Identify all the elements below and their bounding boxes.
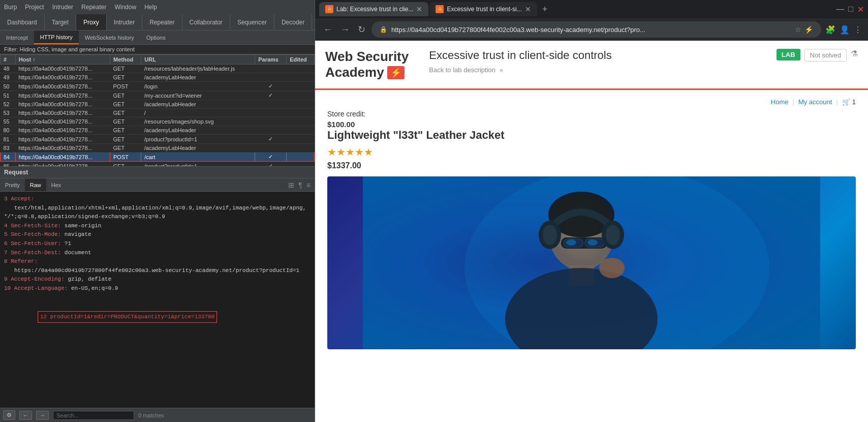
table-row[interactable]: 52 https://0a4a00cd0419b7278... GET /aca… xyxy=(1,100,315,109)
store-nav: Home | My account | 🛒 1 xyxy=(327,98,856,106)
cell-url: /resources/images/shop.svg xyxy=(141,117,255,126)
bottom-bar: ⚙ ← → 0 matches xyxy=(0,408,315,422)
matches-count: 0 matches xyxy=(138,412,164,418)
table-row[interactable]: 84 https://0a4a00cd0419b7278... POST /ca… xyxy=(1,153,315,162)
search-input[interactable] xyxy=(53,411,134,420)
table-row[interactable]: 55 https://0a4a00cd0419b7278... GET /res… xyxy=(1,117,315,126)
cell-params: ✓ xyxy=(255,82,287,91)
close-window-button[interactable]: ✕ xyxy=(857,5,864,14)
req-icon-wrap[interactable]: ⊞ xyxy=(288,181,294,189)
tab-close-2[interactable]: ✕ xyxy=(525,5,531,13)
table-row[interactable]: 85 https://0a4a00cd0419b7278... GET /pro… xyxy=(1,162,315,167)
tab-sequencer[interactable]: Sequencer xyxy=(230,14,274,30)
menu-burp[interactable]: Burp xyxy=(4,4,17,11)
minimize-button[interactable]: — xyxy=(836,5,844,14)
my-account-link[interactable]: My account xyxy=(798,98,832,106)
filter-bar[interactable]: Filter: Hiding CSS, image and general bi… xyxy=(0,45,315,54)
browser-tab-1[interactable]: 🔒 Lab: Excessive trust in clie... ✕ xyxy=(319,2,428,16)
table-row[interactable]: 80 https://0a4a00cd0419b7278... GET /aca… xyxy=(1,126,315,135)
browser-tab-2[interactable]: 🔒 Excessive trust in client-si... ✕ xyxy=(429,2,537,16)
tab-title-1: Lab: Excessive trust in clie... xyxy=(336,6,413,13)
cell-host: https://0a4a00cd0419b7278... xyxy=(15,117,110,126)
lab-title: Excessive trust in client-side controls xyxy=(429,49,756,62)
subtab-http-history[interactable]: HTTP history xyxy=(34,31,79,44)
maximize-button[interactable]: □ xyxy=(848,5,853,14)
burp-panel: Burp Project Intruder Repeater Window He… xyxy=(0,0,315,422)
logo-flash-icon: ⚡ xyxy=(387,66,405,79)
cart-area[interactable]: 🛒 1 xyxy=(842,98,856,106)
col-params[interactable]: Params xyxy=(255,55,287,65)
extensions-button[interactable]: 🧩 xyxy=(825,25,835,35)
req-icon-menu[interactable]: ≡ xyxy=(306,181,311,189)
menu-button[interactable]: ⋮ xyxy=(854,25,862,35)
cell-edited xyxy=(287,65,315,73)
gear-button[interactable]: ⚙ xyxy=(3,410,15,420)
menu-help[interactable]: Help xyxy=(144,4,157,11)
tab-intruder[interactable]: Intruder xyxy=(107,14,142,30)
forward-nav-button[interactable]: → xyxy=(338,22,352,37)
subtab-websockets[interactable]: WebSockets history xyxy=(79,31,140,44)
forward-button[interactable]: → xyxy=(36,411,49,420)
not-solved-badge: Not solved xyxy=(804,49,847,62)
menu-intruder[interactable]: Intruder xyxy=(52,4,73,11)
table-row[interactable]: 51 https://0a4a00cd0419b7278... GET /my-… xyxy=(1,91,315,100)
table-row[interactable]: 50 https://0a4a00cd0419b7278... POST /lo… xyxy=(1,82,315,91)
subtab-options[interactable]: Options xyxy=(140,31,172,44)
lab-badge: LAB xyxy=(777,49,800,61)
cell-url: /product?productId=1 xyxy=(141,135,255,144)
url-bar[interactable]: 🔒 https://0a4a00cd0419b727800f44fe002c00… xyxy=(371,21,821,38)
tab-proxy[interactable]: Proxy xyxy=(76,14,107,30)
cell-id: 80 xyxy=(1,126,16,135)
cell-params xyxy=(255,100,287,109)
tab-decoder[interactable]: Decoder xyxy=(274,14,312,30)
cell-url: /product?productId=1 xyxy=(141,162,255,167)
col-number[interactable]: # xyxy=(1,55,16,65)
col-method[interactable]: Method xyxy=(110,55,141,65)
menu-project[interactable]: Project xyxy=(25,4,44,11)
table-row[interactable]: 49 https://0a4a00cd0419b7278... GET /aca… xyxy=(1,73,315,82)
req-tab-hex[interactable]: Hex xyxy=(46,178,67,191)
table-row[interactable]: 81 https://0a4a00cd0419b7278... GET /pro… xyxy=(1,135,315,144)
reload-button[interactable]: ↻ xyxy=(356,22,367,37)
tab-repeater[interactable]: Repeater xyxy=(142,14,182,30)
req-tab-pretty[interactable]: Pretty xyxy=(0,178,25,191)
profile-button[interactable]: 👤 xyxy=(840,25,850,35)
menu-repeater[interactable]: Repeater xyxy=(81,4,106,11)
menu-window[interactable]: Window xyxy=(114,4,136,11)
tab-collaborator[interactable]: Collaborator xyxy=(182,14,230,30)
url-actions: ☆ ⚡ xyxy=(795,25,813,34)
cell-host: https://0a4a00cd0419b7278... xyxy=(15,126,110,135)
cell-params: ✓ xyxy=(255,153,287,162)
col-host[interactable]: Host ↑ xyxy=(15,55,110,65)
cell-edited xyxy=(287,153,315,162)
cell-host: https://0a4a00cd0419b7278... xyxy=(15,65,110,73)
lab-badge-area: LAB Not solved ⚗ xyxy=(766,41,868,88)
req-tab-raw[interactable]: Raw xyxy=(25,178,46,191)
cart-count: 1 xyxy=(852,98,856,106)
cell-id: 48 xyxy=(1,65,16,73)
col-url[interactable]: URL xyxy=(141,55,255,65)
tab-close-1[interactable]: ✕ xyxy=(416,5,422,13)
home-link[interactable]: Home xyxy=(771,98,789,106)
cell-id: 85 xyxy=(1,162,16,167)
extension-icon[interactable]: ⚡ xyxy=(804,25,813,34)
table-row[interactable]: 83 https://0a4a00cd0419b7278... GET /aca… xyxy=(1,144,315,153)
col-edited[interactable]: Edited xyxy=(287,55,315,65)
table-row[interactable]: 53 https://0a4a00cd0419b7278... GET / xyxy=(1,109,315,117)
cell-host: https://0a4a00cd0419b7278... xyxy=(15,144,110,153)
back-button[interactable]: ← xyxy=(19,411,32,420)
bookmark-star-icon[interactable]: ☆ xyxy=(795,25,801,34)
req-line-12: 12 productId=1&redir=PRODUCT&quantity=1&… xyxy=(4,302,311,332)
new-tab-button[interactable]: + xyxy=(538,4,552,15)
back-nav-button[interactable]: ← xyxy=(321,22,334,37)
subtab-intercept[interactable]: Intercept xyxy=(0,31,34,44)
table-row[interactable]: 48 https://0a4a00cd0419b7278... GET /res… xyxy=(1,65,315,73)
back-to-lab-link[interactable]: Back to lab description xyxy=(429,66,495,74)
tab-dashboard[interactable]: Dashboard xyxy=(0,14,45,30)
menu-bar: Burp Project Intruder Repeater Window He… xyxy=(0,0,315,14)
cell-edited xyxy=(287,135,315,144)
product-title: Lightweight "l33t" Leather Jacket xyxy=(327,129,856,142)
tab-target[interactable]: Target xyxy=(45,14,76,30)
req-icon-ln[interactable]: ¶ xyxy=(298,181,302,189)
cell-url: /academyLabHeader xyxy=(141,144,255,153)
